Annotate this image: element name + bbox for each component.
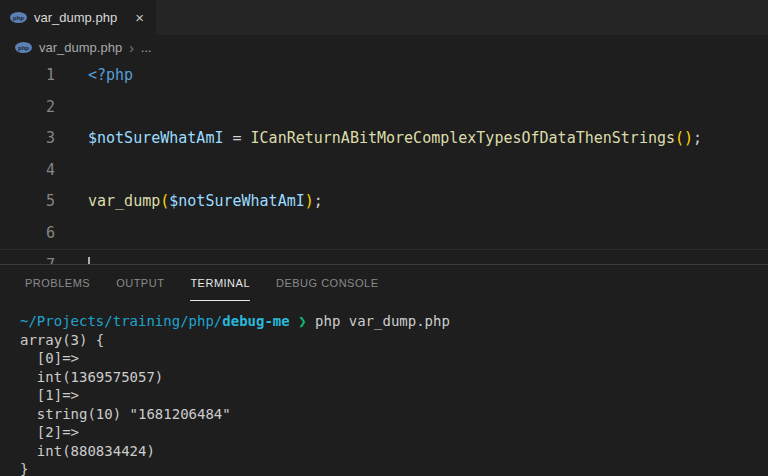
editor-tab-bar: php var_dump.php ×	[0, 0, 768, 35]
prompt-segment: debug-me	[222, 313, 289, 329]
code-token: ;	[314, 192, 323, 210]
close-icon[interactable]: ×	[131, 8, 148, 27]
terminal-line: [0]=>	[20, 349, 768, 368]
code-token: (	[160, 192, 169, 210]
code-token: ()	[675, 129, 693, 147]
chevron-right-icon: ›	[129, 40, 134, 56]
line-number: 5	[0, 186, 55, 218]
line-number: 4	[0, 155, 55, 187]
terminal-line: array(3) {	[20, 331, 768, 350]
terminal-line: }	[20, 460, 768, 476]
php-file-icon: php	[10, 12, 27, 23]
code-text	[55, 155, 88, 187]
code-line-5[interactable]: 5var_dump($notSureWhatAmI);	[0, 186, 768, 218]
bottom-panel: PROBLEMSOUTPUTTERMINALDEBUG CONSOLE ~/Pr…	[0, 264, 768, 476]
code-token: <?php	[88, 66, 133, 84]
code-token: $notSureWhatAmI	[88, 129, 223, 147]
terminal-line: string(10) "1681206484"	[20, 405, 768, 424]
code-text: var_dump($notSureWhatAmI);	[55, 186, 323, 218]
code-line-3[interactable]: 3$notSureWhatAmI = ICanReturnABitMoreCom…	[0, 123, 768, 155]
breadcrumb-ellipsis[interactable]: ...	[141, 40, 152, 55]
code-token: =	[223, 129, 250, 147]
code-line-1[interactable]: 1<?php	[0, 60, 768, 92]
code-token: ICanReturnABitMoreComplexTypesOfDataThen…	[251, 129, 675, 147]
terminal-line: int(1369575057)	[20, 368, 768, 387]
code-text: <?php	[55, 60, 133, 92]
code-text	[55, 218, 88, 250]
code-editor[interactable]: 1<?php23$notSureWhatAmI = ICanReturnABit…	[0, 60, 768, 264]
panel-tab-terminal[interactable]: TERMINAL	[190, 265, 250, 301]
prompt-segment: ~/Projects/training/php/	[20, 313, 222, 329]
code-token: )	[305, 192, 314, 210]
prompt-segment: php var_dump.php	[315, 313, 450, 329]
line-number: 2	[0, 92, 55, 124]
panel-tab-output[interactable]: OUTPUT	[116, 265, 164, 301]
code-token: ;	[693, 129, 702, 147]
panel-tab-problems[interactable]: PROBLEMS	[25, 265, 90, 301]
code-line-6[interactable]: 6	[0, 218, 768, 250]
code-text: $notSureWhatAmI = ICanReturnABitMoreComp…	[55, 123, 702, 155]
line-number: 6	[0, 218, 55, 250]
terminal-line: [1]=>	[20, 386, 768, 405]
code-token: var_dump	[88, 192, 160, 210]
text-cursor	[88, 257, 90, 265]
tab-var-dump-php[interactable]: php var_dump.php ×	[0, 0, 156, 35]
terminal-output[interactable]: ~/Projects/training/php/debug-me ❯ php v…	[0, 301, 768, 476]
terminal-line: int(880834424)	[20, 442, 768, 461]
line-number: 7	[0, 250, 55, 264]
code-text	[55, 92, 88, 124]
terminal-line: [2]=>	[20, 423, 768, 442]
code-text	[55, 250, 90, 264]
terminal-prompt-line: ~/Projects/training/php/debug-me ❯ php v…	[20, 312, 768, 331]
breadcrumb-file[interactable]: var_dump.php	[39, 40, 122, 55]
panel-tab-debug-console[interactable]: DEBUG CONSOLE	[276, 265, 378, 301]
line-number: 3	[0, 123, 55, 155]
code-line-7[interactable]: 7	[0, 249, 768, 264]
line-number: 1	[0, 60, 55, 92]
vscode-window: php var_dump.php × php var_dump.php › ..…	[0, 0, 768, 476]
breadcrumb[interactable]: php var_dump.php › ...	[0, 35, 768, 60]
panel-tab-bar: PROBLEMSOUTPUTTERMINALDEBUG CONSOLE	[0, 265, 768, 301]
php-file-icon: php	[15, 42, 32, 53]
code-line-2[interactable]: 2	[0, 92, 768, 124]
code-line-4[interactable]: 4	[0, 155, 768, 187]
code-token: $notSureWhatAmI	[169, 192, 304, 210]
prompt-segment: ❯	[290, 313, 315, 329]
tab-label: var_dump.php	[34, 10, 117, 25]
